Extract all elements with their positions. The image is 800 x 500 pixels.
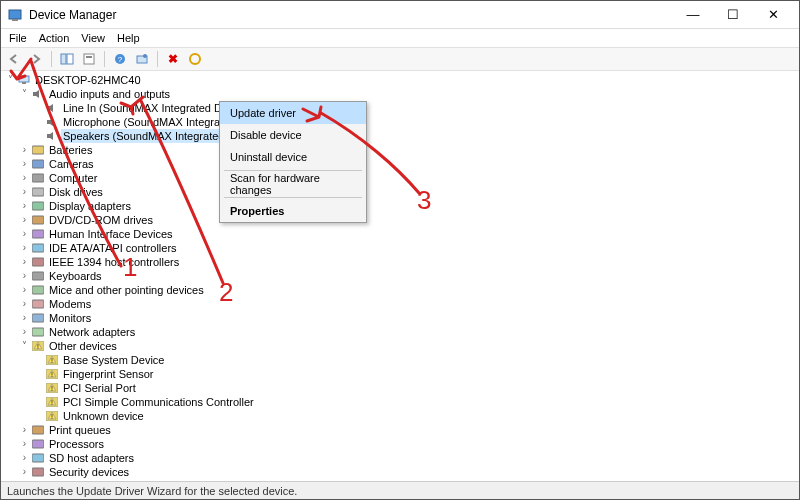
category-item[interactable]: ›Disk drives [5, 185, 799, 199]
warning-icon: ! [45, 410, 59, 422]
device-item[interactable]: Speakers (SoundMAX Integrated Digital HD… [5, 129, 799, 143]
svg-rect-15 [32, 174, 44, 182]
menu-file[interactable]: File [9, 32, 27, 44]
category-item[interactable]: ›Security devices [5, 465, 799, 479]
category-item[interactable]: ›Network adapters [5, 325, 799, 339]
show-hide-icon[interactable] [58, 50, 76, 68]
warning-icon: ! [45, 354, 59, 366]
device-icon [31, 214, 45, 226]
menubar: File Action View Help [1, 29, 799, 47]
ctx-scan-hardware[interactable]: Scan for hardware changes [220, 173, 366, 195]
svg-rect-42 [32, 468, 44, 476]
device-item[interactable]: !PCI Serial Port [5, 381, 799, 395]
category-item[interactable]: ›DVD/CD-ROM drives [5, 213, 799, 227]
category-item[interactable]: ›Mice and other pointing devices [5, 283, 799, 297]
back-icon[interactable] [5, 50, 23, 68]
device-icon [31, 158, 45, 170]
device-item[interactable]: Line In (SoundMAX Integrated Digital HD … [5, 101, 799, 115]
category-item[interactable]: ›Cameras [5, 157, 799, 171]
svg-text:!: ! [51, 357, 53, 364]
svg-text:!: ! [51, 371, 53, 378]
category-item[interactable]: ›IEEE 1394 host controllers [5, 255, 799, 269]
category-audio[interactable]: ˅Audio inputs and outputs [5, 87, 799, 101]
svg-rect-3 [67, 54, 73, 64]
category-item[interactable]: ›IDE ATA/ATAPI controllers [5, 241, 799, 255]
svg-rect-39 [32, 426, 44, 434]
tree-root[interactable]: ˅DESKTOP-62HMC40 [5, 73, 799, 87]
category-item[interactable]: ›Display adapters [5, 199, 799, 213]
menu-help[interactable]: Help [117, 32, 140, 44]
ctx-update-driver[interactable]: Update driver [220, 102, 366, 124]
ctx-separator [224, 170, 362, 171]
svg-text:!: ! [51, 399, 53, 406]
category-item[interactable]: ›Processors [5, 437, 799, 451]
status-text: Launches the Update Driver Wizard for th… [7, 485, 297, 497]
svg-point-10 [190, 54, 200, 64]
ctx-disable-device[interactable]: Disable device [220, 124, 366, 146]
svg-text:!: ! [51, 413, 53, 420]
toolbar: ? ✖ [1, 47, 799, 71]
device-icon [31, 424, 45, 436]
svg-rect-5 [86, 56, 92, 58]
svg-rect-23 [32, 286, 44, 294]
svg-rect-17 [32, 202, 44, 210]
device-tree[interactable]: ˅DESKTOP-62HMC40˅Audio inputs and output… [1, 71, 799, 481]
category-item[interactable]: ›Batteries [5, 143, 799, 157]
svg-rect-41 [32, 454, 44, 462]
speaker-icon [45, 130, 59, 142]
category-item[interactable]: ›Human Interface Devices [5, 227, 799, 241]
scan-hardware-icon[interactable] [133, 50, 151, 68]
svg-rect-1 [12, 19, 18, 21]
svg-rect-20 [32, 244, 44, 252]
speaker-icon [45, 116, 59, 128]
forward-icon[interactable] [27, 50, 45, 68]
enable-icon[interactable] [186, 50, 204, 68]
category-item[interactable]: ›Computer [5, 171, 799, 185]
disable-icon[interactable]: ✖ [164, 50, 182, 68]
device-item[interactable]: !PCI Simple Communications Controller [5, 395, 799, 409]
device-icon [31, 256, 45, 268]
device-icon [31, 452, 45, 464]
device-icon [31, 242, 45, 254]
computer-icon [17, 74, 31, 86]
menu-action[interactable]: Action [39, 32, 70, 44]
device-item[interactable]: !Fingerprint Sensor [5, 367, 799, 381]
ctx-uninstall-device[interactable]: Uninstall device [220, 146, 366, 168]
minimize-button[interactable]: — [673, 2, 713, 28]
properties-icon[interactable] [80, 50, 98, 68]
context-menu: Update driver Disable device Uninstall d… [219, 101, 367, 223]
device-icon [31, 200, 45, 212]
svg-text:!: ! [37, 343, 39, 350]
statusbar: Launches the Update Driver Wizard for th… [1, 481, 799, 499]
device-icon [31, 186, 45, 198]
category-item[interactable]: ›Monitors [5, 311, 799, 325]
category-item[interactable]: ›Keyboards [5, 269, 799, 283]
device-icon [31, 228, 45, 240]
svg-rect-40 [32, 440, 44, 448]
close-button[interactable]: ✕ [753, 2, 793, 28]
svg-rect-0 [9, 10, 21, 19]
device-item[interactable]: !Base System Device [5, 353, 799, 367]
device-manager-window: Device Manager — ☐ ✕ File Action View He… [0, 0, 800, 500]
help-icon[interactable]: ? [111, 50, 129, 68]
svg-rect-25 [32, 314, 44, 322]
window-title: Device Manager [29, 8, 673, 22]
category-item[interactable]: ›Modems [5, 297, 799, 311]
svg-text:?: ? [118, 55, 123, 64]
maximize-button[interactable]: ☐ [713, 2, 753, 28]
svg-rect-26 [32, 328, 44, 336]
speaker-icon [45, 102, 59, 114]
speaker-icon [31, 88, 45, 100]
svg-rect-11 [19, 76, 29, 82]
menu-view[interactable]: View [81, 32, 105, 44]
svg-rect-16 [32, 188, 44, 196]
app-icon [7, 7, 23, 23]
svg-rect-4 [84, 54, 94, 64]
category-item[interactable]: ›Print queues [5, 423, 799, 437]
device-item[interactable]: Microphone (SoundMAX Integrated Digital … [5, 115, 799, 129]
category-other-devices[interactable]: ˅!Other devices [5, 339, 799, 353]
category-item[interactable]: ›SD host adapters [5, 451, 799, 465]
device-item[interactable]: !Unknown device [5, 409, 799, 423]
ctx-properties[interactable]: Properties [220, 200, 366, 222]
svg-rect-18 [32, 216, 44, 224]
